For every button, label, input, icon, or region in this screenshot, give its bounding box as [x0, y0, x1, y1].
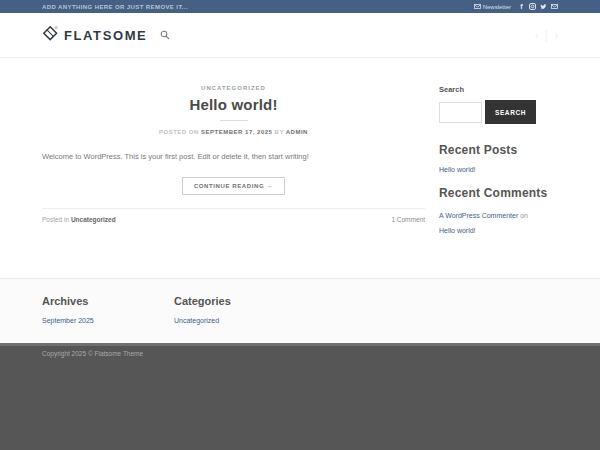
chevron-right-icon[interactable]: ›: [555, 30, 558, 41]
main-content: UNCATEGORIZED Hello world! POSTED ON SEP…: [0, 58, 600, 278]
topbar-promo-text: ADD ANYTHING HERE OR JUST REMOVE IT...: [42, 4, 188, 10]
archive-link[interactable]: September 2025: [42, 317, 174, 324]
archives-widget: Archives September 2025: [42, 295, 174, 324]
newsletter-link[interactable]: Newsletter: [474, 4, 511, 10]
blog-post: UNCATEGORIZED Hello world! POSTED ON SEP…: [42, 85, 425, 238]
divider: │: [543, 30, 549, 41]
post-meta: POSTED ON SEPTEMBER 17, 2025 BY ADMIN: [42, 129, 425, 135]
flatsome-gem-icon: [42, 25, 59, 46]
comments-link[interactable]: 1 Comment: [391, 216, 425, 223]
twitter-icon[interactable]: [540, 3, 547, 10]
site-logo[interactable]: FLATSOME: [42, 25, 147, 46]
top-bar: ADD ANYTHING HERE OR JUST REMOVE IT... N…: [0, 0, 600, 13]
chevron-left-icon[interactable]: ‹: [535, 30, 538, 41]
entry-meta-row: Posted in Uncategorized 1 Comment: [42, 208, 425, 223]
by-label: BY: [275, 129, 284, 135]
recent-posts-title: Recent Posts: [439, 143, 558, 157]
footer-widgets: Archives September 2025 Categories Uncat…: [0, 278, 600, 343]
newsletter-label: Newsletter: [483, 4, 511, 10]
search-icon[interactable]: [160, 30, 170, 40]
copyright-text: Copyright 2025 © Flatsome Theme: [42, 350, 143, 357]
recent-post-link[interactable]: Hello world!: [439, 166, 558, 173]
post-title[interactable]: Hello world!: [42, 96, 425, 113]
site-header: FLATSOME ‹ │ ›: [0, 13, 600, 58]
categories-widget: Categories Uncategorized: [174, 295, 306, 324]
logo-text: FLATSOME: [64, 28, 147, 43]
archives-title: Archives: [42, 295, 174, 307]
search-button[interactable]: SEARCH: [485, 100, 536, 124]
envelope-icon: [474, 4, 481, 10]
divider: [220, 120, 248, 121]
category-link[interactable]: Uncategorized: [71, 216, 116, 223]
recent-comments-title: Recent Comments: [439, 186, 558, 200]
recent-comment-item: A WordPress Commenter on Hello world!: [439, 209, 558, 238]
posted-in-label: Posted in: [42, 216, 69, 223]
categories-title: Categories: [174, 295, 306, 307]
posted-on-label: POSTED ON: [159, 129, 199, 135]
continue-reading-button[interactable]: CONTINUE READING →: [182, 177, 285, 195]
post-date[interactable]: SEPTEMBER 17, 2025: [201, 129, 272, 135]
facebook-icon[interactable]: f: [518, 3, 525, 10]
post-author[interactable]: ADMIN: [286, 129, 308, 135]
header-nav-arrows: ‹ │ ›: [535, 30, 558, 41]
comment-author-link[interactable]: A WordPress Commenter: [439, 212, 518, 219]
post-excerpt: Welcome to WordPress. This is your first…: [42, 152, 425, 163]
post-category-label[interactable]: UNCATEGORIZED: [42, 85, 425, 91]
email-icon[interactable]: [551, 3, 558, 10]
search-widget-label: Search: [439, 85, 558, 94]
absolute-footer: Copyright 2025 © Flatsome Theme: [0, 343, 600, 450]
comment-post-link[interactable]: Hello world!: [439, 227, 476, 234]
search-input[interactable]: [439, 102, 482, 123]
instagram-icon[interactable]: [529, 3, 536, 10]
comment-connector: on: [520, 212, 528, 219]
category-footer-link[interactable]: Uncategorized: [174, 317, 306, 324]
sidebar: Search SEARCH Recent Posts Hello world! …: [439, 85, 558, 238]
